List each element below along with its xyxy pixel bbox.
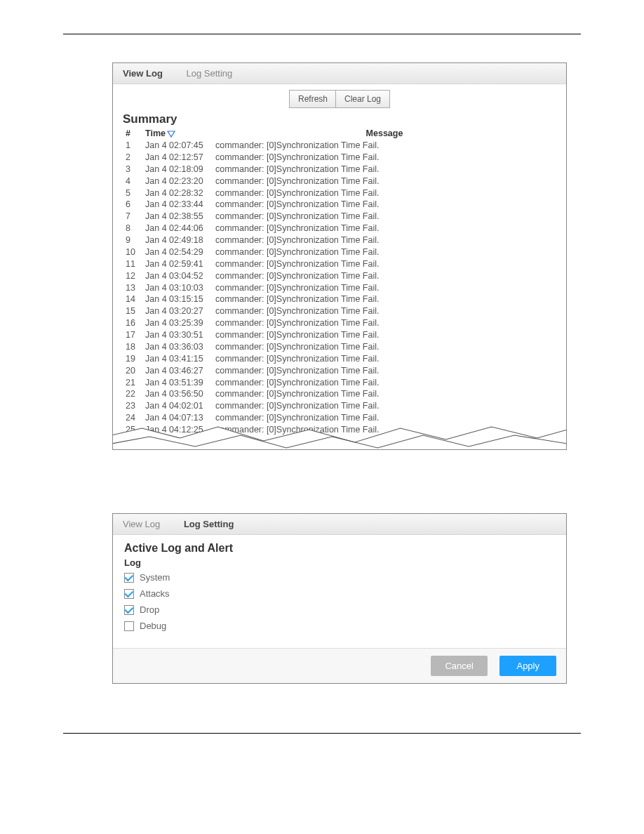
tab-view-log[interactable]: View Log <box>123 68 163 79</box>
cancel-button[interactable]: Cancel <box>431 656 487 676</box>
cell-number: 13 <box>123 282 142 294</box>
check-row: Attacks <box>124 588 555 599</box>
cell-time: Jan 4 04:02:01 <box>142 400 213 412</box>
cell-time: Jan 4 02:54:29 <box>142 246 213 258</box>
table-row: 5Jan 4 02:28:32commander: [0]Synchroniza… <box>123 187 556 199</box>
table-row: 12Jan 4 03:04:52commander: [0]Synchroniz… <box>123 270 556 282</box>
table-row: 15Jan 4 03:20:27commander: [0]Synchroniz… <box>123 305 556 317</box>
cell-message: commander: [0]Synchronization Time Fail. <box>213 234 556 246</box>
checkbox-attacks[interactable] <box>124 589 134 599</box>
cell-message: commander: [0]Synchronization Time Fail. <box>213 365 556 377</box>
col-number[interactable]: # <box>123 128 142 140</box>
cell-number: 15 <box>123 305 142 317</box>
cell-number: 24 <box>123 412 142 424</box>
checkbox-label: Debug <box>140 621 166 631</box>
cell-time: Jan 4 02:28:32 <box>142 187 213 199</box>
table-row: 13Jan 4 03:10:03commander: [0]Synchroniz… <box>123 282 556 294</box>
cell-message: commander: [0]Synchronization Time Fail. <box>213 164 556 176</box>
tab-log-setting[interactable]: Log Setting <box>186 68 232 79</box>
refresh-button[interactable]: Refresh <box>289 90 337 108</box>
cell-message: commander: [0]Synchronization Time Fail. <box>213 353 556 365</box>
table-row: 23Jan 4 04:02:01commander: [0]Synchroniz… <box>123 400 556 412</box>
table-row: 11Jan 4 02:59:41commander: [0]Synchroniz… <box>123 258 556 270</box>
cell-time: Jan 4 02:33:44 <box>142 199 213 211</box>
cell-time: Jan 4 02:59:41 <box>142 258 213 270</box>
table-row: 25Jan 4 04:12:25commander: [0]Synchroniz… <box>123 424 556 436</box>
cell-number: 21 <box>123 377 142 389</box>
table-row: 16Jan 4 03:25:39commander: [0]Synchroniz… <box>123 317 556 329</box>
col-message[interactable]: Message <box>213 128 556 140</box>
table-row: 4Jan 4 02:23:20commander: [0]Synchroniza… <box>123 176 556 187</box>
cell-number: 4 <box>123 176 142 187</box>
cell-number: 12 <box>123 270 142 282</box>
cell-time: Jan 4 03:30:51 <box>142 329 213 341</box>
cell-message: commander: [0]Synchronization Time Fail. <box>213 377 556 389</box>
top-rule <box>63 34 581 34</box>
cell-message: commander: [0]Synchronization Time Fail. <box>213 211 556 223</box>
table-row: 14Jan 4 03:15:15commander: [0]Synchroniz… <box>123 293 556 305</box>
cell-message: commander: [0]Synchronization Time Fail. <box>213 400 556 412</box>
apply-button[interactable]: Apply <box>499 656 556 676</box>
check-row: Debug <box>124 621 555 631</box>
cell-message: commander: [0]Synchronization Time Fail. <box>213 152 556 164</box>
table-row: 7Jan 4 02:38:55commander: [0]Synchroniza… <box>123 211 556 223</box>
col-time[interactable]: Time <box>142 128 213 140</box>
tab-view-log[interactable]: View Log <box>123 519 160 529</box>
checkbox-system[interactable] <box>124 573 134 583</box>
logsetting-panel: View Log Log Setting Active Log and Aler… <box>112 513 567 684</box>
checkbox-debug[interactable] <box>124 621 134 631</box>
cell-number: 6 <box>123 199 142 211</box>
cell-time: Jan 4 03:04:52 <box>142 270 213 282</box>
cell-number: 17 <box>123 329 142 341</box>
cell-time: Jan 4 03:36:03 <box>142 341 213 353</box>
cell-time: Jan 4 02:23:20 <box>142 176 213 187</box>
table-row: 2Jan 4 02:12:57commander: [0]Synchroniza… <box>123 152 556 164</box>
table-row: 3Jan 4 02:18:09commander: [0]Synchroniza… <box>123 164 556 176</box>
cell-number: 14 <box>123 293 142 305</box>
footer-bar: Cancel Apply <box>113 648 566 683</box>
cell-message: commander: [0]Synchronization Time Fail. <box>213 140 556 152</box>
summary-title: Summary <box>123 112 556 126</box>
cell-time: Jan 4 03:51:39 <box>142 377 213 389</box>
cell-time: Jan 4 04:12:25 <box>142 424 213 436</box>
tab-log-setting[interactable]: Log Setting <box>184 519 234 529</box>
cell-message: commander: [0]Synchronization Time Fail. <box>213 293 556 305</box>
bottom-rule <box>63 733 581 734</box>
table-row: 9Jan 4 02:49:18commander: [0]Synchroniza… <box>123 234 556 246</box>
cell-number: 19 <box>123 353 142 365</box>
sub-title-log: Log <box>124 557 555 568</box>
viewlog-toolbar: RefreshClear Log <box>113 84 566 111</box>
cell-message: commander: [0]Synchronization Time Fail. <box>213 187 556 199</box>
checkbox-label: Drop <box>140 604 159 615</box>
cell-time: Jan 4 03:25:39 <box>142 317 213 329</box>
cell-number: 9 <box>123 234 142 246</box>
log-table: # Time Message 1Jan 4 02:07:45commander:… <box>123 128 556 436</box>
checkbox-drop[interactable] <box>124 605 134 615</box>
table-row: 1Jan 4 02:07:45commander: [0]Synchroniza… <box>123 140 556 152</box>
table-row: 10Jan 4 02:54:29commander: [0]Synchroniz… <box>123 246 556 258</box>
cell-time: Jan 4 02:38:55 <box>142 211 213 223</box>
cell-time: Jan 4 02:18:09 <box>142 164 213 176</box>
cell-time: Jan 4 03:41:15 <box>142 353 213 365</box>
cell-time: Jan 4 03:10:03 <box>142 282 213 294</box>
cell-message: commander: [0]Synchronization Time Fail. <box>213 305 556 317</box>
cell-number: 18 <box>123 341 142 353</box>
viewlog-panel: View Log Log Setting RefreshClear Log Su… <box>112 62 567 450</box>
cell-time: Jan 4 02:49:18 <box>142 234 213 246</box>
cell-message: commander: [0]Synchronization Time Fail. <box>213 223 556 234</box>
cell-message: commander: [0]Synchronization Time Fail. <box>213 317 556 329</box>
cell-message: commander: [0]Synchronization Time Fail. <box>213 199 556 211</box>
clear-log-button[interactable]: Clear Log <box>335 90 390 108</box>
cell-number: 16 <box>123 317 142 329</box>
active-log-section: Active Log and Alert Log SystemAttacksDr… <box>113 535 566 648</box>
table-row: 8Jan 4 02:44:06commander: [0]Synchroniza… <box>123 223 556 234</box>
cell-number: 3 <box>123 164 142 176</box>
cell-number: 10 <box>123 246 142 258</box>
cell-message: commander: [0]Synchronization Time Fail. <box>213 270 556 282</box>
check-row: System <box>124 572 555 583</box>
cell-time: Jan 4 02:07:45 <box>142 140 213 152</box>
cell-message: commander: [0]Synchronization Time Fail. <box>213 282 556 294</box>
logsetting-tabbar: View Log Log Setting <box>113 514 566 535</box>
cell-message: commander: [0]Synchronization Time Fail. <box>213 246 556 258</box>
cell-message: commander: [0]Synchronization Time Fail. <box>213 329 556 341</box>
